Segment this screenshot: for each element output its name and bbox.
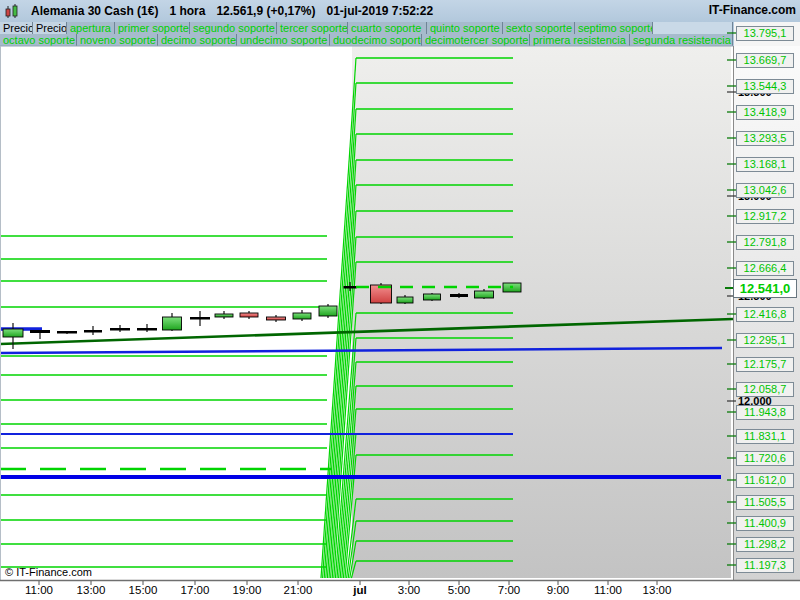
support-level-label: 13.168,1 [736,157,794,172]
time-axis-label: 15:00 [129,584,158,596]
support-level-label: 11.831,1 [736,429,794,444]
support-level-label: 12.416,8 [736,307,794,322]
support-level-label: 12.666,4 [736,261,794,276]
candle-doji [84,330,102,333]
time-axis-label: 13:00 [77,584,106,596]
candle-bullish [424,294,441,300]
support-level-label: 12.917,2 [736,209,794,224]
time-axis-label: 17:00 [181,584,210,596]
support-level-label: 12.058,7 [736,382,794,397]
candle-bullish [319,306,337,316]
support-level-label: 13.418,9 [736,105,794,120]
time-axis-label: jul [353,584,366,596]
time-axis-label: 19:00 [233,584,262,596]
support-level-label: 11.505,5 [736,495,794,510]
candle-doji [30,330,50,333]
candle-bullish [215,314,233,317]
support-fan-line [329,185,356,578]
candle-bullish [397,297,413,303]
time-axis-label: 21:00 [284,584,313,596]
time-axis-label: 3:00 [398,584,420,596]
candle-bullish [163,317,182,330]
candle-doji [137,328,157,331]
copyright-label: © IT-Finance.com [5,566,92,578]
support-level-label: 13.544,3 [736,79,794,94]
candle-bullish [475,291,494,298]
support-level-label: 13.042,6 [736,183,794,198]
current-price-label: 12.541,0 [733,279,797,298]
support-level-label: 12.791,8 [736,235,794,250]
support-level-label: 11.298,2 [736,537,794,552]
future-projection-region [352,46,731,578]
chart-canvas[interactable] [0,0,800,600]
candle-bullish [3,329,23,337]
support-level-label: 11.720,6 [736,451,794,466]
time-axis-label: 9:00 [547,584,569,596]
support-level-label: 11.612,0 [736,473,794,488]
support-level-label: 11.943,8 [736,405,794,420]
support-level-label: 13.795,1 [736,26,794,41]
time-axis-label: 11:00 [25,584,53,596]
candle-bearish [267,317,286,320]
candle-doji [344,286,357,289]
time-axis-label: 11:00 [594,584,622,596]
candle-doji [110,328,130,331]
candle-doji [190,317,210,320]
candle-doji [57,331,77,334]
candle-bearish [240,313,258,317]
trading-chart-window: Alemania 30 Cash (1€) 1 hora 12.561,9 (+… [0,0,800,600]
time-axis-label: 7:00 [498,584,520,596]
candle-bullish [293,313,311,319]
candle-doji [450,294,468,297]
support-level-label: 12.295,1 [736,333,794,348]
support-level-label: 11.400,9 [736,516,794,531]
time-axis-label: 13:00 [643,584,672,596]
support-level-label: 12.175,7 [736,357,794,372]
support-level-label: 13.293,5 [736,131,794,146]
support-level-label: 11.197,3 [736,558,794,573]
time-axis-label: 5:00 [448,584,470,596]
support-level-label: 13.669,7 [736,53,794,68]
